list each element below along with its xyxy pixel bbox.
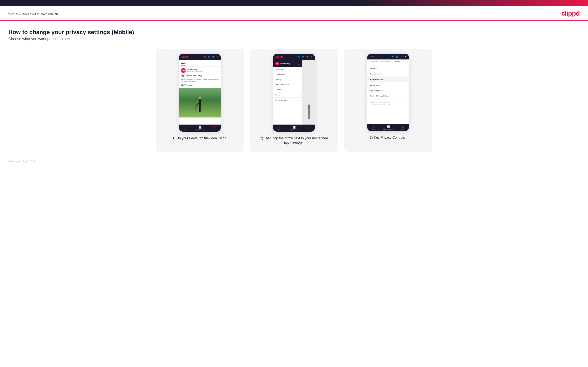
lesson-icon: 📹 — [181, 74, 184, 77]
feed-duration-label: Duration — [181, 83, 219, 85]
tab-settings[interactable]: Settings — [392, 59, 402, 64]
footer-home-3: ⌂ Home — [372, 125, 376, 130]
tab-my-profile[interactable]: My Profile — [369, 59, 380, 64]
settings-row-help[interactable]: Help & Support ↗ — [367, 88, 409, 93]
settings-row-privacy[interactable]: Privacy Controls › — [367, 77, 409, 82]
footer-home-2: ⌂ Home — [277, 126, 282, 131]
home-label-2: Home — [277, 129, 282, 131]
menu-panel: BM Blair McHarg ▲ My Profile Connections… — [273, 60, 302, 125]
svg-rect-10 — [308, 114, 309, 119]
phone-3-icons: 🔍 👤 ⚙ ▾ — [391, 55, 407, 58]
settings-tabs: My Profile Connections Settings — [367, 59, 409, 64]
menu-user-row: BM Blair McHarg ▲ — [273, 60, 302, 67]
phone-2-body: BM Blair McHarg ▲ My Profile Connections… — [273, 60, 315, 125]
svg-point-1 — [199, 96, 201, 99]
my-golf-bag-label: My Golf Bag — [370, 84, 379, 86]
phone-1-footer: ⌂ Home 📊 My Performance ☰ Menu — [179, 125, 221, 132]
feed-desc: Looking to feel like my hands are exitin… — [181, 78, 219, 82]
settings-icon-3: ⚙ — [400, 55, 403, 58]
back-button[interactable]: ‹ Back — [369, 56, 374, 58]
settings-icon-2: ⚙ — [306, 56, 309, 58]
menu-item-connections[interactable]: Connections — [273, 72, 302, 77]
footer-performance-3: 📊 My Performance — [383, 125, 394, 130]
svg-line-5 — [196, 103, 199, 106]
feed-lesson-title: Lesson with Fordy — [186, 75, 202, 77]
data-chevron: › — [406, 73, 406, 75]
menu-overlay: BM Blair McHarg ▲ My Profile Connections… — [273, 60, 315, 125]
svg-rect-4 — [200, 106, 201, 112]
performance-icon-2: 📊 — [293, 126, 296, 129]
step-1-caption: 1) On your Feed, tap the 'Menu' icon. — [173, 136, 227, 141]
step-2-caption: 2) Then, tap the arrow next to your name… — [259, 136, 329, 146]
back-chevron-icon: ‹ — [369, 56, 370, 58]
search-icon-3: 🔍 — [391, 55, 394, 58]
feed-avatar: BM — [181, 68, 186, 73]
phone-3-mockup: ‹ Back 🔍 👤 ⚙ ▾ My Profile Connections Se — [367, 54, 409, 131]
chevron-icon-2: ▾ — [310, 56, 313, 58]
performance-icon-3: 📊 — [387, 125, 390, 128]
header: How to change your privacy settings clip… — [0, 6, 588, 21]
golf-bag-chevron: › — [406, 84, 406, 86]
menu-icon-3: ☰ — [402, 125, 404, 128]
footer-menu[interactable]: ☰ Menu — [213, 126, 216, 131]
settings-row-data[interactable]: Data Integrations › — [367, 71, 409, 77]
my-account-label: My Account — [370, 67, 378, 69]
help-support-label: Help & Support ↗ — [370, 90, 383, 92]
step-3-caption: 3) Tap 'Privacy Controls'. — [370, 135, 406, 140]
menu-nav-performance[interactable]: My Performance ▾ — [273, 97, 302, 102]
settings-list: My Account › Data Integrations › Privacy… — [367, 64, 409, 100]
settings-row-golf-bag[interactable]: My Golf Bag › — [367, 82, 409, 88]
menu-item-profile[interactable]: My Profile — [273, 67, 302, 72]
settings-row-privacy-policy[interactable]: Service & Privacy Policy ↗ — [367, 93, 409, 99]
feed-user-info: Blair McHarg Yesterday · Sunningdale — [187, 69, 203, 72]
menu-item-help[interactable]: Help & Support ↗ — [273, 82, 302, 87]
feed-golf-image — [179, 88, 221, 117]
copyright-text: Copyright Clippd 2022 — [8, 160, 35, 163]
feed-user-row: BM Blair McHarg Yesterday · Sunningdale — [181, 68, 219, 73]
version-info: Clippd Client Version: 2022.8.3-3 GQL Se… — [367, 100, 409, 107]
performance-icon: 📊 — [199, 126, 202, 129]
menu-label-2: Menu — [307, 129, 311, 131]
svg-rect-9 — [308, 108, 310, 114]
feed-duration: Duration 01 hr : 30 min — [181, 83, 219, 87]
home-icon-2: ⌂ — [279, 126, 280, 129]
home-label: Home — [183, 129, 187, 131]
tab-connections[interactable]: Connections — [380, 59, 392, 64]
user-icon-3: 👤 — [396, 55, 398, 58]
menu-label-3: Menu — [401, 128, 405, 130]
footer-menu-3[interactable]: ☰ Menu — [401, 125, 405, 130]
menu-backdrop — [302, 60, 315, 125]
golfer-svg — [194, 95, 206, 117]
settings-row-account[interactable]: My Account › — [367, 66, 409, 71]
svg-point-8 — [308, 105, 311, 108]
page-footer: Copyright Clippd 2022 — [0, 156, 588, 167]
menu-item-logout[interactable]: Logout — [273, 87, 302, 92]
menu-avatar: BM — [275, 62, 279, 66]
settings-icon: ⚙ — [212, 56, 215, 58]
menu-user-info: BM Blair McHarg — [275, 62, 290, 66]
user-icon: 👤 — [208, 56, 210, 58]
performance-label-3: My Performance — [383, 128, 394, 130]
phone-1-icons: 🔍 👤 ⚙ ▾ — [203, 56, 219, 58]
menu-nav-performance-label: My Performance — [275, 99, 287, 101]
steps-container: clippd 🔍 👤 ⚙ ▾ Feed BM — [8, 49, 580, 152]
menu-label: Menu — [213, 129, 216, 131]
performance-label: My Performance — [195, 129, 205, 131]
menu-item-settings[interactable]: Settings — [273, 77, 302, 82]
feed-username: Blair McHarg — [187, 69, 203, 71]
phone-1-body: Feed BM Blair McHarg Yesterday · Sunning… — [179, 60, 221, 125]
page-subheading: Choose what you want people to see — [8, 37, 580, 41]
privacy-chevron: › — [406, 78, 406, 81]
service-privacy-label: Service & Privacy Policy ↗ — [370, 95, 389, 97]
back-label: Back — [371, 56, 374, 58]
home-label-3: Home — [372, 128, 376, 130]
menu-nav-home[interactable]: Home ▾ — [273, 92, 302, 97]
search-icon: 🔍 — [203, 56, 206, 58]
svg-line-6 — [195, 106, 196, 113]
menu-chevron-up: ▲ — [298, 63, 300, 65]
client-version: Clippd Client Version: 2022.8.3-3 — [370, 101, 406, 103]
phone-1-logo: clippd — [181, 55, 189, 58]
footer-menu-2[interactable]: ✕ Menu — [307, 126, 311, 131]
data-integrations-label: Data Integrations — [370, 73, 382, 75]
phone-3-body: My Profile Connections Settings My Accou… — [367, 59, 409, 124]
